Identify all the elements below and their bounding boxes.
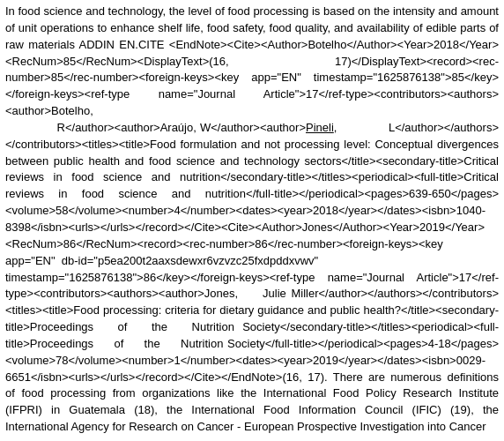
document-body: In food science and technology, the leve… (0, 0, 504, 441)
pineli-underline: Pineli (306, 121, 334, 134)
document-text: In food science and technology, the leve… (5, 4, 499, 436)
